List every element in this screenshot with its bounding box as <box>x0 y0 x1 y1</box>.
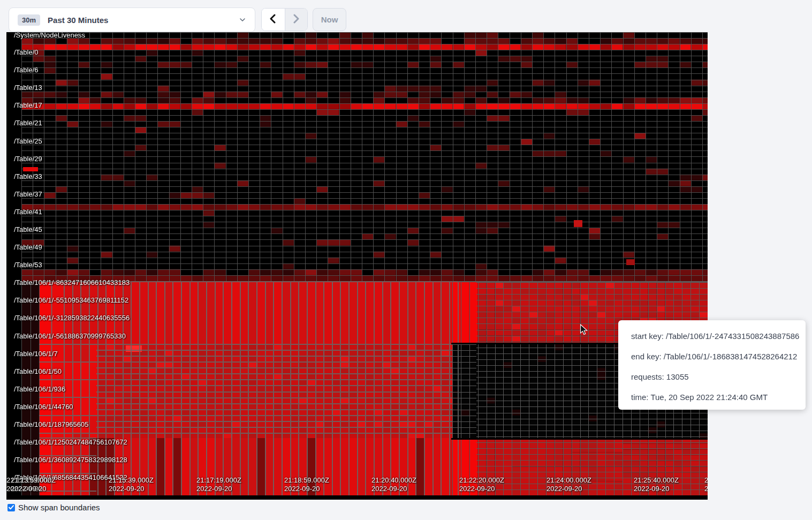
toolbar: 30m Past 30 Minutes Now <box>0 0 812 32</box>
tooltip-start-key: start key: /Table/106/1/-247433150824388… <box>631 331 793 341</box>
key-visualizer-page: 30m Past 30 Minutes Now /System/NodeLive… <box>0 0 812 520</box>
tooltip-requests: requests: 13055 <box>631 372 793 381</box>
pan-back-button[interactable] <box>262 9 285 31</box>
time-window-label: Past 30 Minutes <box>48 16 108 25</box>
time-nav-group <box>261 8 308 31</box>
tooltip: start key: /Table/106/1/-247433150824388… <box>618 320 806 410</box>
checkbox-checked-icon[interactable] <box>7 504 15 511</box>
heatmap-canvas[interactable] <box>6 32 708 500</box>
time-window-badge: 30m <box>18 14 40 26</box>
tooltip-end-key: end key: /Table/106/1/-18683814745282642… <box>631 352 793 361</box>
tooltip-time: time: Tue, 20 Sep 2022 21:24:40 GMT <box>631 393 793 402</box>
pan-forward-button[interactable] <box>285 9 308 31</box>
show-span-boundaries-label: Show span boundaries <box>18 503 100 512</box>
chevron-right-icon <box>292 14 300 25</box>
chevron-down-icon <box>239 16 246 24</box>
time-window-dropdown[interactable]: 30m Past 30 Minutes <box>9 7 255 32</box>
now-button[interactable]: Now <box>313 8 346 31</box>
chevron-left-icon <box>269 14 277 25</box>
show-span-boundaries-toggle[interactable]: Show span boundaries <box>7 503 100 512</box>
